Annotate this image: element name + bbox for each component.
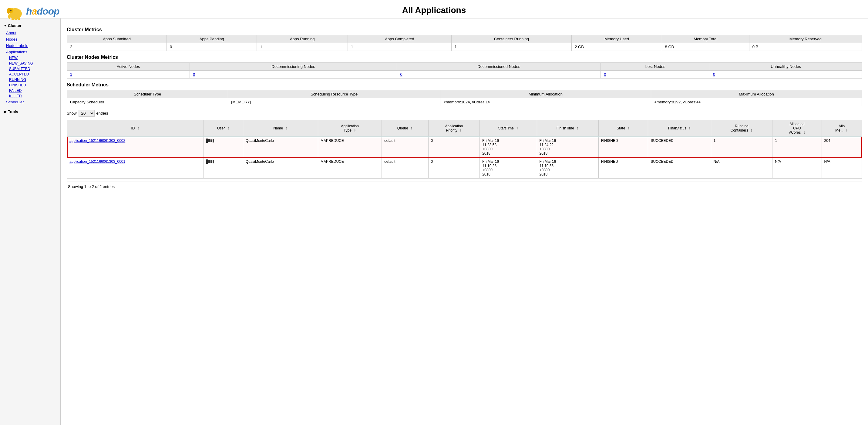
cluster-section: ▼ Cluster About Nodes Node Labels Applic… [0, 22, 60, 105]
cnm-header-unhealthy: Unhealthy Nodes [710, 63, 862, 71]
svg-point-3 [7, 8, 11, 14]
icon-bar3 [211, 160, 212, 163]
cnm-link-unhealthy[interactable]: 0 [713, 72, 715, 77]
row2-alloc-mem: N/A [822, 158, 862, 178]
main-content: Cluster Metrics Apps Submitted Apps Pend… [61, 19, 868, 425]
icon-bar4 [213, 160, 214, 163]
sidebar-sub-killed[interactable]: KILLED [0, 93, 60, 99]
icon-bar1 [206, 159, 208, 164]
sidebar-sub-submitted[interactable]: SUBMITTED [0, 66, 60, 71]
cnm-header-decommissioned: Decommissioned Nodes [397, 63, 601, 71]
cm-val-mem-total: 8 GB [662, 43, 749, 51]
sidebar-sub-new-saving[interactable]: NEW_SAVING [0, 61, 60, 66]
cm-val-containers: 1 [451, 43, 572, 51]
at-header-name[interactable]: Name ⇕ [243, 120, 318, 137]
row1-user-icon [206, 138, 214, 143]
svg-rect-6 [14, 18, 17, 20]
logo-area: hadoop [6, 3, 59, 20]
cnm-link-decommissioned[interactable]: 0 [400, 72, 402, 77]
user-sort-icon: ⇕ [227, 127, 229, 130]
applications-table: ID ⇕ User ⇕ Name ⇕ ApplicationType ⇕ Que… [67, 120, 862, 178]
sidebar-item-about[interactable]: About [0, 30, 60, 36]
sidebar-sub-failed[interactable]: FAILED [0, 88, 60, 93]
row1-finish-time: Fri Mar 1611:24:22+08002018 [537, 137, 598, 158]
finish-sort-icon: ⇕ [576, 127, 579, 130]
cnm-val-decommissioning: 0 [190, 71, 397, 78]
sm-header-max-alloc: Maximum Allocation [651, 90, 862, 98]
tools-toggle[interactable]: ▶ Tools [0, 108, 60, 116]
sm-val-min-alloc: <memory:1024, vCores:1> [440, 98, 651, 106]
cluster-metrics-table: Apps Submitted Apps Pending Apps Running… [67, 35, 862, 51]
tools-arrow-icon: ▶ [4, 109, 7, 114]
cnm-header-lost: Lost Nodes [601, 63, 710, 71]
at-header-alloc-mem[interactable]: AlloMe... ⇕ [822, 120, 862, 137]
page-wrapper: hadoop All Applications ▼ Cluster About … [0, 0, 868, 425]
sm-val-resource-type: [MEMORY] [228, 98, 440, 106]
mem-sort-icon: ⇕ [845, 129, 848, 132]
at-header-finish-time[interactable]: FinishTime ⇕ [537, 120, 598, 137]
sidebar-item-nodes[interactable]: Nodes [0, 36, 60, 42]
cm-val-submitted: 2 [67, 43, 167, 51]
row1-id: application_1521166061303_0002 [67, 137, 204, 158]
row1-final-status: SUCCEEDED [648, 137, 711, 158]
at-header-priority[interactable]: ApplicationPriority ⇕ [428, 120, 480, 137]
svg-point-4 [10, 10, 11, 11]
at-header-alloc-cpu[interactable]: AllocatedCPUVCores ⇕ [772, 120, 822, 137]
svg-rect-7 [18, 18, 20, 20]
cluster-nodes-metrics-title: Cluster Nodes Metrics [67, 55, 862, 60]
row2-finish-time: Fri Mar 1611:19:56+08002018 [537, 158, 598, 178]
cluster-toggle[interactable]: ▼ Cluster [0, 22, 60, 30]
sidebar-sub-finished[interactable]: FINISHED [0, 83, 60, 88]
row1-queue: default [382, 137, 428, 158]
sidebar-sub-new[interactable]: NEW [0, 55, 60, 61]
row1-app-type: MAPREDUCE [318, 137, 382, 158]
row2-id-link[interactable]: application_1521166061303_0001 [69, 159, 125, 164]
at-header-state[interactable]: State ⇕ [598, 120, 648, 137]
at-header-app-type[interactable]: ApplicationType ⇕ [318, 120, 382, 137]
tools-label: Tools [8, 109, 18, 114]
row1-running-containers: 1 [711, 137, 772, 158]
row1-name: QuasiMonteCarlo [243, 137, 318, 158]
cnm-val-decommissioned: 0 [397, 71, 601, 78]
row2-running-containers: N/A [711, 158, 772, 178]
cluster-label: Cluster [8, 23, 22, 28]
sidebar-item-scheduler[interactable]: Scheduler [0, 99, 60, 105]
at-header-final-status[interactable]: FinalStatus ⇕ [648, 120, 711, 137]
at-header-user[interactable]: User ⇕ [204, 120, 243, 137]
row2-queue: default [382, 158, 428, 178]
at-header-running-containers[interactable]: RunningContainers ⇕ [711, 120, 772, 137]
state-sort-icon: ⇕ [627, 127, 630, 130]
page-title: All Applications [0, 5, 868, 15]
cnm-val-active: 1 [67, 71, 190, 78]
row2-user-icon [206, 159, 214, 164]
scheduler-metrics-table: Scheduler Type Scheduling Resource Type … [67, 90, 862, 106]
row1-priority: 0 [428, 137, 480, 158]
entries-select[interactable]: 10 20 50 100 [79, 110, 95, 117]
scheduler-metrics-title: Scheduler Metrics [67, 82, 862, 88]
cnm-link-decommissioning[interactable]: 0 [193, 72, 195, 77]
cnm-link-active[interactable]: 1 [70, 72, 72, 77]
at-header-queue[interactable]: Queue ⇕ [382, 120, 428, 137]
at-header-start-time[interactable]: StartTime ⇕ [480, 120, 537, 137]
sidebar-item-node-labels[interactable]: Node Labels [0, 42, 60, 49]
final-sort-icon: ⇕ [688, 127, 691, 130]
at-header-id[interactable]: ID ⇕ [67, 120, 204, 137]
sidebar-sub-accepted[interactable]: ACCEPTED [0, 71, 60, 77]
sidebar-item-applications[interactable]: Applications [0, 49, 60, 55]
row1-start-time: Fri Mar 1611:23:58+08002018 [480, 137, 537, 158]
row1-alloc-cpu: 1 [772, 137, 822, 158]
table-row: application_1521166061303_0002 QuasiMont… [67, 137, 862, 158]
cm-val-completed: 1 [348, 43, 452, 51]
row1-id-link[interactable]: application_1521166061303_0002 [69, 138, 125, 143]
app-type-sort-icon: ⇕ [353, 129, 356, 132]
cnm-link-lost[interactable]: 0 [604, 72, 606, 77]
sm-header-min-alloc: Minimum Allocation [440, 90, 651, 98]
logo-text: hadoop [26, 6, 59, 17]
icon-bar1 [206, 138, 208, 143]
row2-start-time: Fri Mar 1611:19:28+08002018 [480, 158, 537, 178]
sidebar-sub-running[interactable]: RUNNING [0, 77, 60, 83]
svg-rect-5 [11, 18, 14, 20]
cnm-val-unhealthy: 0 [710, 71, 862, 78]
row2-name: QuasiMonteCarlo [243, 158, 318, 178]
row2-user [204, 158, 243, 178]
